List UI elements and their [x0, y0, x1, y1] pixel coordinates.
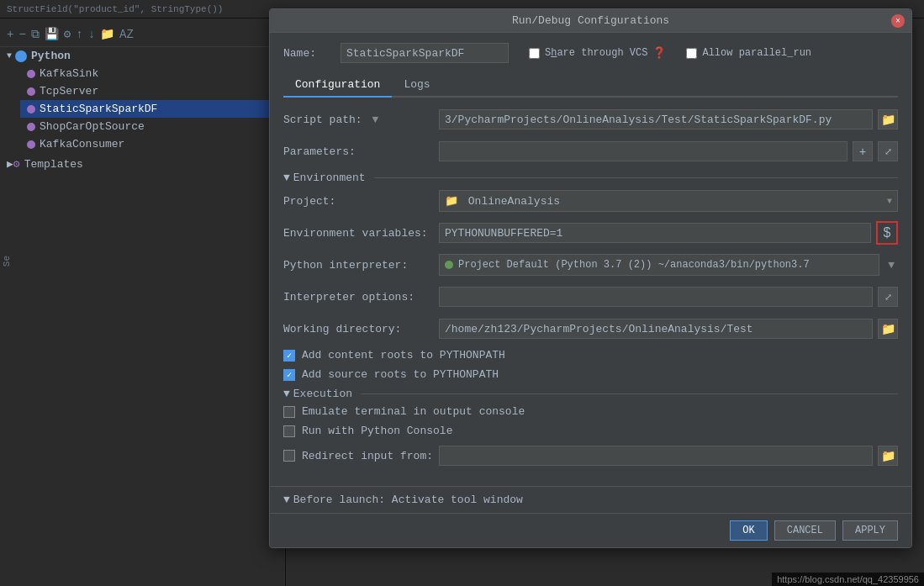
- redirect-input-checkbox[interactable]: [283, 450, 295, 462]
- working-directory-value: 📁: [439, 319, 898, 339]
- add-source-roots-checkbox[interactable]: [283, 369, 295, 381]
- add-folder-button[interactable]: 📁: [100, 27, 114, 41]
- env-vars-label: Environment variables:: [283, 227, 439, 240]
- python-interpreter-dropdown-arrow-icon[interactable]: ▼: [884, 259, 898, 272]
- dialog-body: Name: Share through VCS ❓ Allow parallel…: [270, 33, 911, 486]
- run-icon-shopcaroptsource: [27, 123, 35, 131]
- tab-configuration[interactable]: Configuration: [283, 73, 392, 98]
- working-directory-browse-button[interactable]: 📁: [878, 319, 898, 339]
- redirect-input-label: Redirect input from:: [302, 450, 433, 462]
- working-directory-row: Working directory: 📁: [283, 317, 898, 341]
- ok-button[interactable]: OK: [730, 520, 767, 541]
- run-icon-tcpserver: [27, 87, 35, 96]
- python-icon: [15, 50, 27, 62]
- env-vars-input[interactable]: [439, 223, 871, 243]
- config-label-kafkaconsumer: KafkaConsumer: [40, 138, 124, 150]
- environment-section-label: Environment: [293, 172, 366, 184]
- redirect-input-field[interactable]: [439, 446, 873, 466]
- add-content-roots-row: Add content roots to PYTHONPATH: [283, 349, 898, 362]
- execution-section-header: ▼ Execution: [283, 388, 898, 400]
- project-dropdown[interactable]: 📁 OnlineAnalysis ▼: [439, 190, 898, 212]
- move-up-button[interactable]: ↑: [76, 28, 82, 41]
- run-debug-dialog: Run/Debug Configurations × Name: Share t…: [269, 8, 912, 548]
- project-row: Project: 📁 OnlineAnalysis ▼: [283, 189, 898, 213]
- run-python-console-checkbox[interactable]: [283, 425, 295, 437]
- share-vcs-checkbox[interactable]: [529, 48, 540, 59]
- interpreter-options-label: Interpreter options:: [283, 291, 439, 304]
- settings-config-button[interactable]: ⚙: [64, 27, 71, 41]
- redirect-input-browse-button[interactable]: 📁: [878, 446, 898, 466]
- config-label-shopcaroptsource: ShopCarOptSource: [40, 120, 145, 133]
- script-path-input[interactable]: [439, 109, 873, 129]
- working-directory-input[interactable]: [439, 319, 873, 339]
- emulate-terminal-checkbox[interactable]: [283, 406, 295, 418]
- run-python-console-label: Run with Python Console: [302, 425, 452, 437]
- before-launch-expand-icon[interactable]: ▼: [283, 494, 290, 506]
- parameters-add-button[interactable]: +: [853, 141, 873, 161]
- before-launch-label: Before launch: Activate tool window: [293, 494, 523, 506]
- env-dollar-button[interactable]: $: [876, 221, 898, 245]
- name-input[interactable]: [341, 43, 509, 63]
- add-config-button[interactable]: +: [7, 28, 13, 41]
- share-vcs-help-icon[interactable]: ❓: [652, 46, 666, 60]
- python-group-header[interactable]: ▼ Python: [0, 47, 285, 65]
- interpreter-options-input[interactable]: [439, 287, 873, 307]
- execution-expand-icon[interactable]: ▼: [283, 388, 290, 400]
- config-item-shopcaroptsource[interactable]: ShopCarOptSource: [20, 118, 285, 135]
- templates-item[interactable]: ▶ ⚙ Templates: [0, 155, 285, 173]
- tab-logs[interactable]: Logs: [392, 73, 441, 98]
- config-label-kafkasink: KafkaSink: [40, 67, 98, 80]
- script-path-label: Script path: ▼: [283, 114, 439, 126]
- move-down-button[interactable]: ↓: [88, 28, 95, 41]
- config-item-tcpserver[interactable]: TcpServer: [20, 82, 285, 100]
- close-icon: ×: [895, 17, 900, 26]
- config-item-kafkasink[interactable]: KafkaSink: [20, 65, 285, 82]
- python-config-list: KafkaSink TcpServer StaticSparkSparkDF S…: [0, 65, 285, 153]
- working-directory-label: Working directory:: [283, 323, 439, 335]
- environment-section-header: ▼ Environment: [283, 172, 898, 184]
- cancel-button[interactable]: CANCEL: [774, 520, 836, 541]
- environment-expand-icon[interactable]: ▼: [283, 172, 290, 184]
- project-value: 📁 OnlineAnalysis ▼: [439, 190, 898, 212]
- close-button[interactable]: ×: [891, 14, 905, 28]
- project-dropdown-arrow-icon: ▼: [887, 197, 892, 206]
- templates-label: Templates: [24, 158, 83, 171]
- project-folder-icon: 📁: [445, 195, 458, 208]
- parameters-expand-button[interactable]: ⤢: [878, 141, 898, 161]
- config-label-tcpserver: TcpServer: [40, 85, 98, 98]
- dialog-tabs: Configuration Logs: [283, 73, 898, 98]
- config-item-staticsparksparkdf[interactable]: StaticSparkSparkDF: [20, 100, 285, 118]
- apply-button[interactable]: APPLY: [842, 520, 898, 541]
- sort-button[interactable]: AZ: [119, 28, 134, 41]
- emulate-terminal-row: Emulate terminal in output console: [283, 405, 898, 418]
- code-snippet: StructField("product_id", StringType()): [7, 4, 223, 14]
- run-icon-staticsparksparkdf: [27, 105, 35, 114]
- redirect-input-row: Redirect input from: 📁: [283, 444, 898, 467]
- remove-config-button[interactable]: −: [18, 28, 25, 41]
- allow-parallel-checkbox[interactable]: [686, 48, 697, 59]
- gear-icon: ⚙: [13, 157, 20, 171]
- name-label: Name:: [283, 47, 334, 60]
- config-item-kafkaconsumer[interactable]: KafkaConsumer: [20, 135, 285, 153]
- sidebar-toolbar: + − ⧉ 💾 ⚙ ↑ ↓ 📁 AZ: [0, 22, 285, 47]
- interpreter-options-expand-button[interactable]: ⤢: [878, 287, 898, 307]
- python-interpreter-row: Python interpreter: Project Default (Pyt…: [283, 253, 898, 277]
- save-config-button[interactable]: 💾: [45, 27, 59, 41]
- dialog-footer: OK CANCEL APPLY: [270, 513, 911, 547]
- python-interpreter-dropdown[interactable]: Project Default (Python 3.7 (2)) ~/anaco…: [439, 254, 879, 276]
- script-path-browse-button[interactable]: 📁: [878, 109, 898, 129]
- add-content-roots-label: Add content roots to PYTHONPATH: [302, 349, 505, 362]
- run-python-console-row: Run with Python Console: [283, 425, 898, 437]
- add-content-roots-checkbox[interactable]: [283, 350, 295, 362]
- parameters-input[interactable]: [439, 141, 847, 161]
- share-vcs-label: Share through VCS: [545, 47, 647, 59]
- script-path-dropdown-arrow[interactable]: ▼: [372, 114, 378, 126]
- add-source-roots-label: Add source roots to PYTHONPATH: [302, 368, 499, 381]
- interpreter-options-value: ⤢: [439, 287, 898, 307]
- copy-config-button[interactable]: ⧉: [31, 28, 40, 41]
- env-vars-value: $: [439, 221, 898, 245]
- parameters-row: Parameters: + ⤢: [283, 140, 898, 163]
- script-path-value: 📁: [439, 109, 898, 129]
- python-group-label: Python: [31, 50, 71, 62]
- python-interpreter-value: Project Default (Python 3.7 (2)) ~/anaco…: [439, 254, 898, 276]
